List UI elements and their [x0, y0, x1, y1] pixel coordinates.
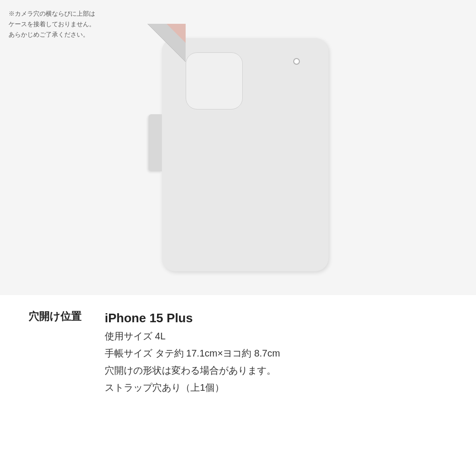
note-line3: あらかじめご了承ください。 — [9, 30, 95, 40]
spec-dimensions: 手帳サイズ タテ約 17.1cm×ヨコ約 8.7cm — [105, 346, 280, 361]
info-content: iPhone 15 Plus 使用サイズ 4L 手帳サイズ タテ約 17.1cm… — [105, 309, 280, 395]
strap-hole — [293, 58, 300, 65]
note-line2: ケースを接着しておりません。 — [9, 19, 95, 30]
hole-position-label: 穴開け位置 — [29, 309, 105, 324]
info-section: 穴開け位置 iPhone 15 Plus 使用サイズ 4L 手帳サイズ タテ約 … — [0, 295, 476, 417]
info-row: 穴開け位置 iPhone 15 Plus 使用サイズ 4L 手帳サイズ タテ約 … — [29, 309, 447, 395]
spec-strap: ストラップ穴あり（上1個） — [105, 380, 280, 395]
case-spine — [149, 114, 162, 171]
camera-note: ※カメラ穴の横ならびに上部は ケースを接着しておりません。 あらかじめご了承くだ… — [9, 9, 95, 40]
note-line1: ※カメラ穴の横ならびに上部は — [9, 9, 95, 19]
device-name: iPhone 15 Plus — [105, 309, 280, 327]
spec-shape-note: 穴開けの形状は変わる場合があります。 — [105, 363, 280, 378]
case-illustration: ※カメラ穴の横ならびに上部は ケースを接着しておりません。 あらかじめご了承くだ… — [0, 0, 476, 295]
case-wrapper — [148, 24, 328, 271]
case-corner — [148, 24, 186, 62]
page: ※カメラ穴の横ならびに上部は ケースを接着しておりません。 あらかじめご了承くだ… — [0, 0, 476, 476]
camera-cutout — [186, 52, 243, 109]
case-body — [162, 38, 328, 271]
spec-size: 使用サイズ 4L — [105, 328, 280, 344]
